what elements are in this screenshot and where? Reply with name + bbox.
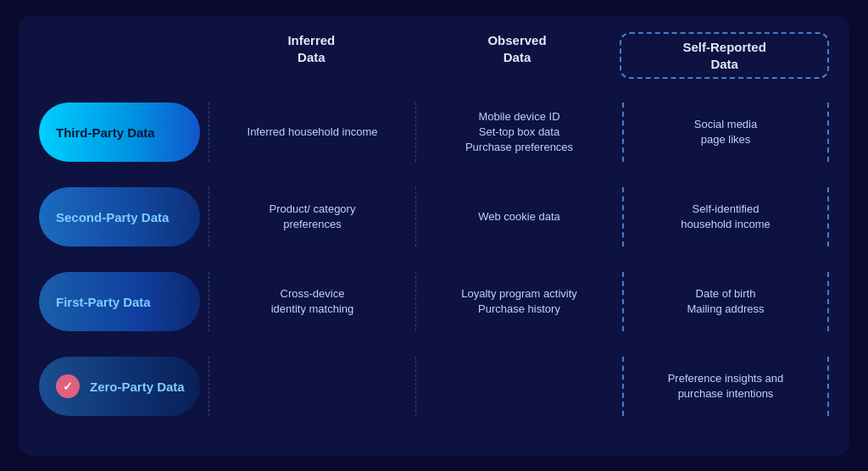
third-observed-cell: Mobile device IDSet-top box dataPurchase… (415, 103, 622, 162)
second-self-text: Self-identifiedhousehold income (681, 202, 771, 232)
third-self-cell: Social mediapage likes (622, 103, 829, 162)
main-container: InferredData ObservedData Self-ReportedD… (19, 15, 849, 456)
row-label-wrapper-zero: Zero-Party Data (39, 357, 209, 416)
header-self-reported-label: Self-ReportedData (683, 40, 766, 71)
header-inferred: InferredData (209, 32, 415, 79)
third-inferred-cell: Inferred household income (209, 103, 415, 162)
zero-self-cell: Preference insights andpurchase intentio… (622, 357, 829, 416)
header-observed-label: ObservedData (487, 33, 546, 64)
zero-observed-cell (415, 357, 622, 416)
first-party-label: First-Party Data (56, 295, 151, 309)
first-inferred-text: Cross-deviceidentity matching (271, 286, 354, 317)
row-label-wrapper-third: Third-Party Data (39, 103, 209, 162)
first-observed-cell: Loyalty program activityPurchase history (415, 272, 622, 331)
third-party-cells: Inferred household income Mobile device … (209, 103, 829, 162)
zero-party-cells: Preference insights andpurchase intentio… (209, 357, 829, 416)
header-row: InferredData ObservedData Self-ReportedD… (39, 32, 829, 86)
row-first-party: First-Party Data Cross-deviceidentity ma… (39, 263, 829, 340)
first-inferred-cell: Cross-deviceidentity matching (209, 272, 415, 331)
row-label-wrapper-second: Second-Party Data (39, 187, 209, 247)
third-self-text: Social mediapage likes (694, 117, 757, 147)
row-third-party: Third-Party Data Inferred household inco… (39, 94, 829, 170)
second-party-label: Second-Party Data (56, 210, 169, 224)
second-party-cells: Product/ categorypreferences Web cookie … (209, 187, 829, 247)
check-icon (56, 374, 80, 398)
second-inferred-cell: Product/ categorypreferences (209, 187, 415, 247)
zero-self-text: Preference insights andpurchase intentio… (668, 371, 784, 402)
row-label-wrapper-first: First-Party Data (39, 272, 209, 331)
second-self-cell: Self-identifiedhousehold income (622, 187, 829, 247)
zero-party-label: Zero-Party Data (90, 380, 185, 394)
second-observed-cell: Web cookie data (415, 187, 622, 247)
header-self-reported: Self-ReportedData (620, 32, 829, 79)
header-columns: InferredData ObservedData Self-ReportedD… (209, 32, 829, 79)
first-observed-text: Loyalty program activityPurchase history (461, 286, 577, 317)
header-inferred-label: InferredData (287, 33, 335, 64)
third-party-label: Third-Party Data (56, 125, 155, 140)
row-zero-party: Zero-Party Data Preference insights andp… (39, 348, 829, 424)
third-inferred-text: Inferred household income (248, 125, 378, 140)
second-inferred-text: Product/ categorypreferences (270, 202, 356, 232)
first-self-text: Date of birthMailing address (687, 286, 764, 317)
third-observed-text: Mobile device IDSet-top box dataPurchase… (465, 109, 573, 156)
zero-party-pill: Zero-Party Data (39, 357, 200, 416)
second-observed-text: Web cookie data (478, 209, 560, 224)
third-party-pill: Third-Party Data (39, 103, 200, 162)
header-observed: ObservedData (415, 32, 620, 79)
first-party-pill: First-Party Data (39, 272, 200, 331)
first-self-cell: Date of birthMailing address (622, 272, 829, 331)
second-party-pill: Second-Party Data (39, 187, 200, 247)
first-party-cells: Cross-deviceidentity matching Loyalty pr… (209, 272, 829, 331)
row-second-party: Second-Party Data Product/ categoryprefe… (39, 179, 829, 255)
zero-inferred-cell (209, 357, 415, 416)
